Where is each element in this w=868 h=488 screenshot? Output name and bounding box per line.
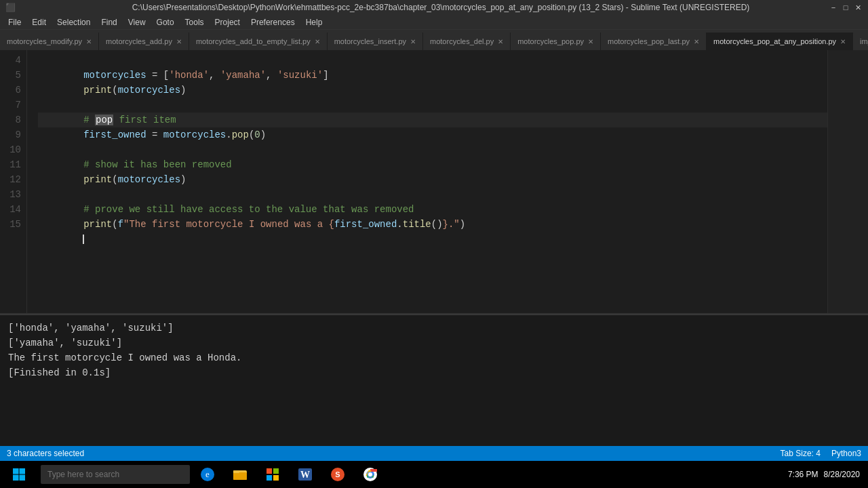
code-editor[interactable]: 4 5 6 7 8 9 10 11 12 13 14 15 motorcycle… <box>0 50 868 314</box>
taskbar-explorer-icon[interactable] <box>225 461 255 488</box>
app-icon: ⬛ <box>5 3 16 12</box>
output-panel: ['honda', 'yamaha', 'suzuki'] ['yamaha',… <box>0 314 868 446</box>
taskbar: e W S <box>0 461 868 488</box>
app-icon-5: S <box>330 467 345 482</box>
taskbar-time: 7:36 PM <box>788 470 818 479</box>
tab-label: motorcycles_pop_at_any_position.py <box>713 37 836 45</box>
code-line-7: # pop first item <box>38 98 827 113</box>
svg-rect-1 <box>20 468 26 474</box>
taskbar-unknown-icon[interactable]: S <box>323 461 353 488</box>
output-line-1: ['honda', 'yamaha', 'suzuki'] <box>8 321 860 336</box>
svg-rect-12 <box>273 475 279 481</box>
svg-rect-8 <box>233 470 239 473</box>
tab-close-icon[interactable]: ✕ <box>588 38 593 45</box>
menu-bar: File Edit Selection Find View Goto Tools… <box>0 15 868 30</box>
code-content[interactable]: motorcycles = ['honda', 'yamaha', 'suzuk… <box>27 50 827 313</box>
close-button[interactable]: ✕ <box>853 3 863 12</box>
tab-label: motorcycles_del.py <box>430 37 494 45</box>
tab-im-list[interactable]: im_list.py ✕ <box>853 33 868 50</box>
tab-label: motorcycles_pop.py <box>517 37 584 45</box>
output-line-4: [Finished in 0.1s] <box>8 365 860 380</box>
code-line-10: # show it has been removed <box>38 142 827 157</box>
explorer-icon <box>233 467 248 482</box>
editor-container: 4 5 6 7 8 9 10 11 12 13 14 15 motorcycle… <box>0 50 868 446</box>
taskbar-store-icon[interactable] <box>258 461 288 488</box>
store-icon <box>265 467 280 482</box>
tab-motorcycles-add[interactable]: motorcycles_add.py ✕ <box>99 33 189 50</box>
start-button[interactable] <box>3 461 35 488</box>
chrome-icon <box>363 467 378 482</box>
svg-text:e: e <box>205 469 210 479</box>
menu-edit[interactable]: Edit <box>26 16 52 28</box>
svg-text:W: W <box>300 470 310 480</box>
code-line-13: # prove we still have access to the valu… <box>38 187 827 202</box>
taskbar-word-icon[interactable]: W <box>290 461 320 488</box>
tab-motorcycles-del[interactable]: motorcycles_del.py ✕ <box>423 33 511 50</box>
tab-motorcycles-add-empty[interactable]: motorcycles_add_to_empty_list.py ✕ <box>189 33 328 50</box>
tab-motorcycles-pop-any[interactable]: motorcycles_pop_at_any_position.py ✕ <box>707 33 853 50</box>
tab-motorcycles-pop-last[interactable]: motorcycles_pop_last.py ✕ <box>601 33 707 50</box>
tab-close-icon[interactable]: ✕ <box>410 38 416 45</box>
taskbar-edge-icon[interactable]: e <box>193 461 222 488</box>
tab-label: motorcycles_add.py <box>106 37 172 45</box>
line-numbers: 4 5 6 7 8 9 10 11 12 13 14 15 <box>0 50 27 313</box>
menu-help[interactable]: Help <box>300 16 328 28</box>
title-bar: ⬛ C:\Users\Presentations\Desktop\PythonW… <box>0 0 868 15</box>
maximize-button[interactable]: □ <box>841 3 850 12</box>
tab-label: im_list.py <box>860 37 868 45</box>
minimap <box>827 50 868 313</box>
menu-preferences[interactable]: Preferences <box>245 16 300 28</box>
status-tab-size[interactable]: Tab Size: 4 <box>781 449 821 458</box>
tab-motorcycles-pop[interactable]: motorcycles_pop.py ✕ <box>511 33 601 50</box>
tab-label: motorcycles_pop_last.py <box>608 37 690 45</box>
status-bar: 3 characters selected Tab Size: 4 Python… <box>0 446 868 461</box>
tab-close-icon[interactable]: ✕ <box>498 38 503 45</box>
tab-label: motorcycles_add_to_empty_list.py <box>196 37 311 45</box>
menu-goto[interactable]: Goto <box>151 16 180 28</box>
svg-rect-3 <box>20 475 26 481</box>
menu-selection[interactable]: Selection <box>52 16 96 28</box>
menu-find[interactable]: Find <box>96 16 122 28</box>
tab-close-icon[interactable]: ✕ <box>694 38 699 45</box>
edge-icon: e <box>200 467 215 482</box>
status-language[interactable]: Python3 <box>831 449 861 458</box>
tab-close-icon[interactable]: ✕ <box>86 38 92 45</box>
code-line-4: motorcycles = ['honda', 'yamaha', 'suzuk… <box>38 53 827 68</box>
word-icon: W <box>298 467 313 482</box>
svg-rect-7 <box>233 472 247 480</box>
taskbar-right: 7:36 PM 8/28/2020 <box>788 470 865 479</box>
tab-close-icon[interactable]: ✕ <box>840 38 846 45</box>
taskbar-date: 8/28/2020 <box>824 470 860 479</box>
tab-label: motorcycles_modify.py <box>7 37 82 45</box>
taskbar-chrome-icon[interactable] <box>355 461 385 488</box>
output-line-3: The first motorcycle I owned was a Honda… <box>8 350 860 365</box>
tab-label: motorcycles_insert.py <box>334 37 406 45</box>
svg-text:S: S <box>335 470 340 479</box>
menu-view[interactable]: View <box>123 16 151 28</box>
menu-project[interactable]: Project <box>210 16 245 28</box>
windows-icon <box>12 468 26 481</box>
tab-motorcycles-modify[interactable]: motorcycles_modify.py ✕ <box>0 33 99 50</box>
tab-bar: motorcycles_modify.py ✕ motorcycles_add.… <box>0 30 868 50</box>
taskbar-search-input[interactable] <box>41 465 190 484</box>
output-line-2: ['yamaha', 'suzuki'] <box>8 336 860 350</box>
minimize-button[interactable]: − <box>829 3 838 12</box>
menu-tools[interactable]: Tools <box>180 16 210 28</box>
menu-file[interactable]: File <box>3 16 26 28</box>
svg-rect-9 <box>267 468 272 474</box>
status-selection: 3 characters selected <box>7 449 84 458</box>
svg-rect-11 <box>267 475 272 481</box>
svg-rect-2 <box>13 475 19 481</box>
svg-rect-0 <box>13 468 19 474</box>
svg-rect-10 <box>273 468 279 474</box>
window-title: C:\Users\Presentations\Desktop\PythonWor… <box>53 3 829 12</box>
svg-point-20 <box>368 472 372 476</box>
tab-close-icon[interactable]: ✕ <box>176 38 182 45</box>
tab-close-icon[interactable]: ✕ <box>315 38 320 45</box>
tab-motorcycles-insert[interactable]: motorcycles_insert.py ✕ <box>328 33 423 50</box>
